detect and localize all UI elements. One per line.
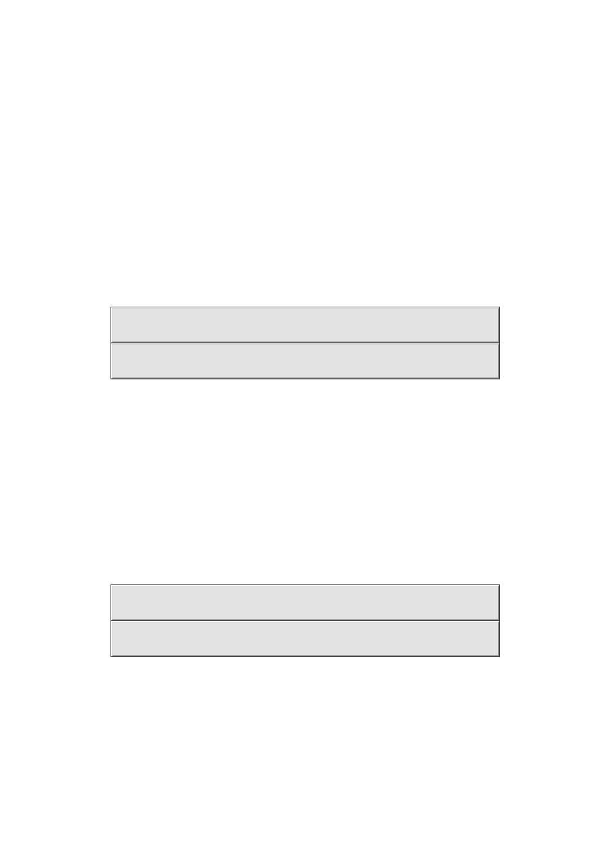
- panel-3: [111, 585, 499, 620]
- panel-2: [111, 343, 499, 379]
- panel-1: [111, 307, 499, 343]
- panel-4: [111, 621, 499, 656]
